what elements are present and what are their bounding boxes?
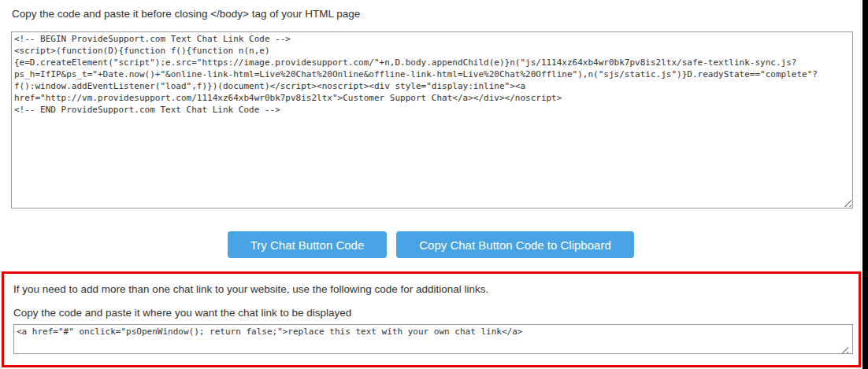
additional-links-highlight-box: If you need to add more than one chat li… — [2, 271, 861, 367]
copy-chat-button-code-button[interactable]: Copy Chat Button Code to Clipboard — [396, 231, 634, 258]
try-chat-button-code-button[interactable]: Try Chat Button Code — [228, 231, 387, 258]
right-edge-dark-strip — [862, 0, 868, 369]
additional-links-instruction: If you need to add more than one chat li… — [13, 283, 488, 295]
main-code-textarea[interactable] — [11, 31, 853, 208]
additional-paste-instruction: Copy the code and paste it where you wan… — [13, 307, 351, 319]
additional-code-textarea[interactable] — [13, 324, 853, 354]
top-instruction-text: Copy the code and paste it before closin… — [12, 8, 360, 20]
